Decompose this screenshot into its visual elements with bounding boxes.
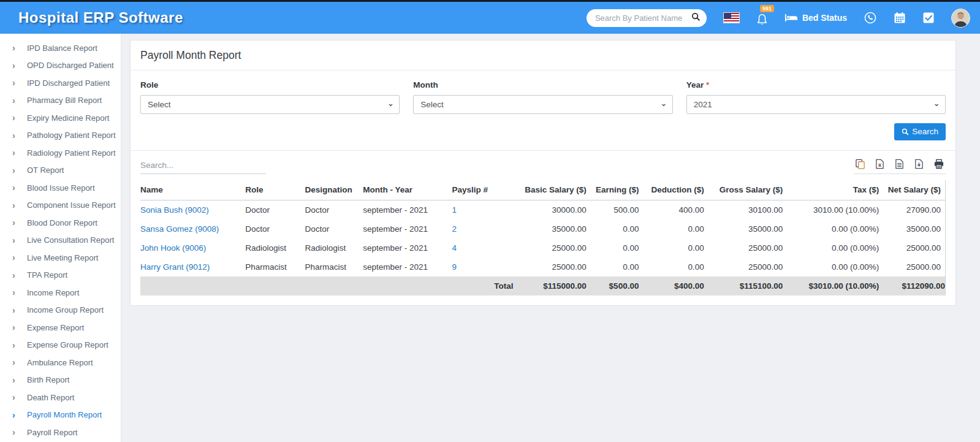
sidebar-item[interactable]: › Expiry Medicine Report <box>0 109 121 127</box>
employee-link[interactable]: Sonia Bush (9002) <box>140 205 209 215</box>
payslip-link[interactable]: 9 <box>452 262 457 272</box>
sidebar-item[interactable]: › Component Issue Report <box>0 197 121 215</box>
chevron-right-icon: › <box>12 218 27 227</box>
chevron-right-icon: › <box>12 428 27 436</box>
whatsapp-icon[interactable] <box>864 11 877 25</box>
col-designation[interactable]: Designation <box>305 180 363 200</box>
sidebar-item[interactable]: › Payroll Report <box>0 424 121 441</box>
cell-month-year: september - 2021 <box>363 238 452 257</box>
sidebar-item-label: Radiology Patient Report <box>27 148 116 158</box>
payroll-table-container[interactable]: Name Role Designation Month - Year Paysl… <box>140 180 946 295</box>
sidebar-item[interactable]: › IPD Discharged Patient <box>0 74 121 92</box>
payslip-link[interactable]: 2 <box>452 224 457 234</box>
page-title: Payroll Month Report <box>131 40 955 70</box>
col-tax[interactable]: Tax ($) <box>783 180 879 200</box>
sidebar-item[interactable]: › Payroll Month Report <box>0 406 121 424</box>
cell-role: Doctor <box>245 219 305 238</box>
csv-export-icon[interactable] <box>894 159 905 169</box>
language-flag-icon[interactable] <box>723 12 740 23</box>
col-net-salary[interactable]: Net Salary ($) <box>879 180 945 200</box>
chevron-right-icon: › <box>12 393 27 402</box>
user-avatar[interactable] <box>951 9 970 28</box>
cell-tax: 0.00 (0.00%) <box>783 238 879 257</box>
col-deduction[interactable]: Deduction ($) <box>639 180 704 200</box>
sidebar-item[interactable]: › Pathology Patient Report <box>0 127 121 145</box>
sidebar-item[interactable]: › Expense Group Report <box>0 337 121 354</box>
cell-deduction: 0.00 <box>639 257 704 276</box>
tasks-check-icon[interactable] <box>922 12 935 24</box>
bed-status-label: Bed Status <box>802 13 847 23</box>
sidebar-item[interactable]: › IPD Balance Report <box>0 39 121 57</box>
employee-link[interactable]: Sansa Gomez (9008) <box>140 224 219 234</box>
month-select[interactable]: Select <box>413 95 672 114</box>
sidebar-item[interactable]: › Death Report <box>0 389 121 406</box>
sidebar-item[interactable]: › Blood Issue Report <box>0 179 121 197</box>
notifications-bell[interactable]: 591 <box>756 13 768 26</box>
chevron-right-icon: › <box>12 44 27 52</box>
patient-search-input[interactable] <box>587 9 707 27</box>
print-icon[interactable] <box>933 159 944 169</box>
bed-status-button[interactable]: Bed Status <box>784 13 847 23</box>
svg-text:x: x <box>878 162 882 168</box>
total-tax: $3010.00 (10.00%) <box>783 276 879 295</box>
search-button[interactable]: Search <box>894 123 946 140</box>
sidebar-item[interactable]: › Expense Report <box>0 319 121 337</box>
sidebar-item[interactable]: › Live Consultation Report <box>0 232 121 250</box>
cell-gross-salary: 25000.00 <box>704 238 783 257</box>
role-select[interactable]: Select <box>140 95 400 114</box>
cell-tax: 3010.00 (10.00%) <box>783 200 879 220</box>
payslip-link[interactable]: 1 <box>452 205 457 215</box>
month-label: Month <box>413 80 672 90</box>
cell-month-year: september - 2021 <box>363 219 452 238</box>
sidebar-item[interactable]: › OPD Discharged Patient <box>0 57 121 75</box>
search-icon[interactable] <box>691 12 701 21</box>
cell-designation: Doctor <box>305 219 363 238</box>
employee-link[interactable]: John Hook (9006) <box>140 243 206 253</box>
col-earning[interactable]: Earning ($) <box>587 180 639 200</box>
total-row: Total $115000.00 $500.00 $400.00 $115100… <box>140 276 945 295</box>
pdf-export-icon[interactable] <box>914 159 924 169</box>
sidebar-item[interactable]: › Radiology Patient Report <box>0 144 121 162</box>
chevron-right-icon: › <box>12 411 27 419</box>
total-earning: $500.00 <box>587 276 639 295</box>
patient-search <box>587 9 707 27</box>
col-role[interactable]: Role <box>245 180 305 200</box>
col-gross-salary[interactable]: Gross Salary ($) <box>704 180 783 200</box>
total-net-salary: $112090.00 <box>879 276 945 295</box>
bell-icon <box>756 13 768 26</box>
sidebar-item-label: Expense Group Report <box>27 340 108 349</box>
calendar-icon[interactable] <box>894 12 906 24</box>
sidebar-item[interactable]: › Blood Donor Report <box>0 214 121 232</box>
sidebar-item[interactable]: › Live Meeting Report <box>0 249 121 267</box>
sidebar-item-label: Payroll Month Report <box>27 410 102 419</box>
cell-role: Doctor <box>245 200 305 220</box>
sidebar-item[interactable]: › TPA Report <box>0 267 121 284</box>
sidebar-item-label: IPD Discharged Patient <box>27 78 110 88</box>
required-asterisk: * <box>706 80 709 90</box>
col-payslip[interactable]: Payslip # <box>452 180 514 200</box>
chevron-right-icon: › <box>12 131 27 140</box>
cell-gross-salary: 35000.00 <box>704 219 783 238</box>
sidebar: › IPD Balance Report › OPD Discharged Pa… <box>0 34 121 442</box>
excel-export-icon[interactable]: x <box>875 159 885 169</box>
sidebar-item[interactable]: › Birth Report <box>0 372 121 389</box>
col-name[interactable]: Name <box>140 180 245 200</box>
table-filter-input[interactable] <box>140 158 266 174</box>
chevron-right-icon: › <box>12 323 27 332</box>
chevron-right-icon: › <box>12 96 27 105</box>
cell-earning: 0.00 <box>587 219 639 238</box>
sidebar-item[interactable]: › OT Report <box>0 162 121 180</box>
col-basic-salary[interactable]: Basic Salary ($) <box>513 180 586 200</box>
sidebar-item[interactable]: › Income Report <box>0 284 121 302</box>
payslip-link[interactable]: 4 <box>452 243 457 253</box>
payroll-report-card: Payroll Month Report Role Select ⌄ Month… <box>130 40 956 306</box>
app-header: Hospital ERP Software 591 Bed Status <box>0 2 980 34</box>
employee-link[interactable]: Harry Grant (9012) <box>140 262 210 272</box>
sidebar-item[interactable]: › Income Group Report <box>0 302 121 319</box>
sidebar-item[interactable]: › Ambulance Report <box>0 354 121 372</box>
sidebar-item[interactable]: › Pharmacy Bill Report <box>0 92 121 110</box>
cell-designation: Pharmacist <box>305 257 363 276</box>
year-select[interactable]: 2021 <box>686 95 946 114</box>
col-month-year[interactable]: Month - Year <box>363 180 452 200</box>
copy-icon[interactable] <box>855 159 865 169</box>
